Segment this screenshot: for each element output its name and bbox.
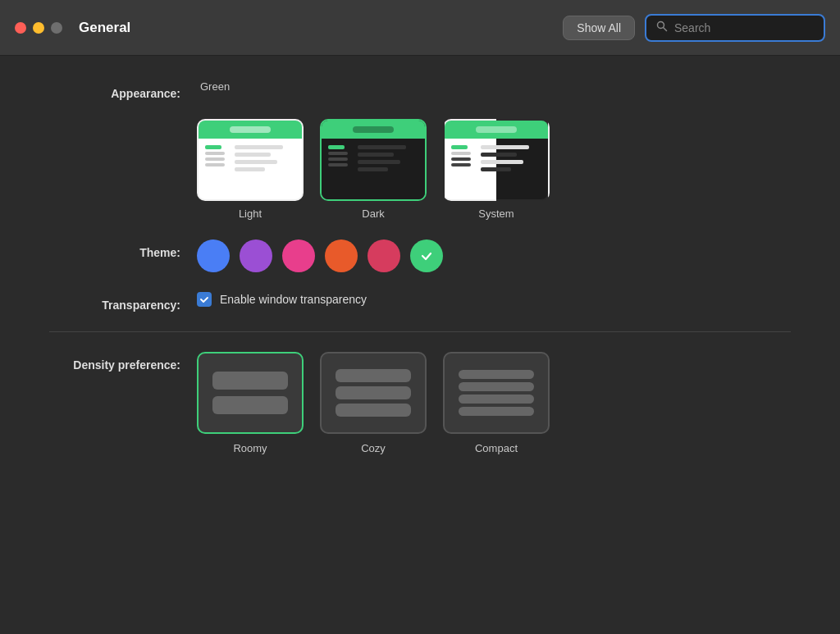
appearance-color-label: Green (197, 80, 550, 93)
dark-card-preview (320, 119, 427, 201)
theme-blue[interactable] (197, 239, 230, 272)
transparency-row: Transparency: Enable window transparency (49, 292, 791, 312)
roomy-preview (197, 352, 304, 434)
system-card-label: System (478, 208, 514, 220)
svg-line-1 (664, 27, 667, 30)
main-content: Appearance: Green (0, 56, 840, 499)
transparency-control: Enable window transparency (197, 292, 367, 307)
roomy-label: Roomy (233, 442, 267, 454)
system-card-preview (443, 119, 550, 201)
cozy-label: Cozy (361, 442, 386, 454)
theme-pink[interactable] (282, 239, 315, 272)
theme-label: Theme: (49, 239, 197, 259)
search-icon (656, 21, 668, 35)
appearance-card-system[interactable]: System (443, 119, 550, 220)
titlebar: General Show All (0, 0, 840, 56)
compact-label: Compact (475, 442, 518, 454)
window-title: General (79, 20, 563, 36)
search-box (645, 14, 825, 42)
cozy-preview (320, 352, 427, 434)
transparency-label: Transparency: (49, 292, 197, 312)
density-options: Roomy Cozy Compact (197, 352, 550, 454)
light-card-preview (197, 119, 304, 201)
density-row: Density preference: Roomy Cozy (49, 352, 791, 454)
theme-red[interactable] (368, 239, 400, 272)
titlebar-actions: Show All (563, 14, 825, 42)
show-all-button[interactable]: Show All (563, 16, 635, 40)
transparency-checkbox[interactable] (197, 292, 212, 307)
section-divider (49, 331, 791, 332)
dark-card-label: Dark (362, 208, 384, 220)
density-card-cozy[interactable]: Cozy (320, 352, 427, 454)
theme-orange[interactable] (325, 239, 358, 272)
traffic-lights (15, 22, 62, 34)
density-label: Density preference: (49, 352, 197, 372)
appearance-card-light[interactable]: Light (197, 119, 304, 220)
theme-purple[interactable] (240, 239, 272, 272)
appearance-options: Green (197, 80, 550, 220)
theme-colors (197, 239, 443, 272)
appearance-row: Appearance: Green (49, 80, 791, 220)
maximize-button[interactable] (51, 22, 62, 34)
minimize-button[interactable] (33, 22, 44, 34)
density-card-compact[interactable]: Compact (443, 352, 550, 454)
appearance-cards: Light (197, 119, 550, 220)
appearance-label: Appearance: (49, 80, 197, 100)
theme-row: Theme: (49, 239, 791, 272)
search-input[interactable] (674, 21, 814, 34)
close-button[interactable] (15, 22, 26, 34)
compact-preview (443, 352, 550, 434)
density-card-roomy[interactable]: Roomy (197, 352, 304, 454)
appearance-card-dark[interactable]: Dark (320, 119, 427, 220)
theme-green[interactable] (410, 239, 443, 272)
light-card-label: Light (239, 208, 262, 220)
transparency-checkbox-label: Enable window transparency (220, 293, 367, 306)
